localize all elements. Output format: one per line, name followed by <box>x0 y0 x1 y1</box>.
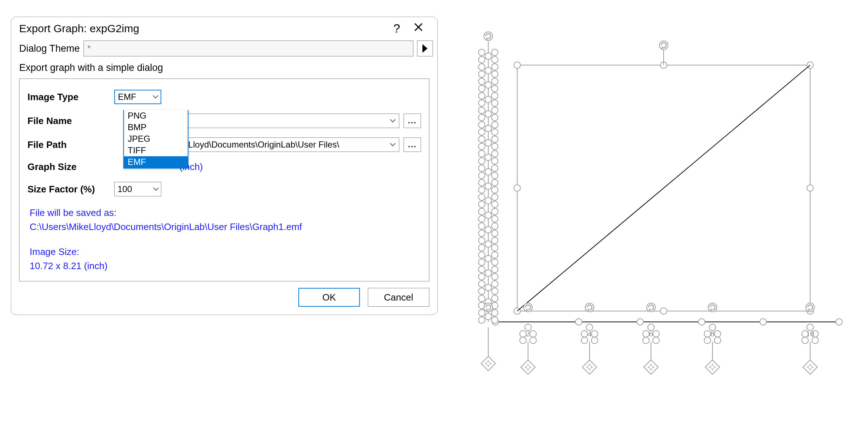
image-type-option-emf[interactable]: EMF <box>124 156 188 168</box>
ok-button[interactable]: OK <box>298 288 360 307</box>
svg-point-29 <box>575 319 582 325</box>
svg-point-18 <box>514 62 520 68</box>
cancel-button[interactable]: Cancel <box>368 288 429 307</box>
info-saved-as-label: File will be saved as: <box>30 206 421 220</box>
svg-point-32 <box>760 319 766 325</box>
info-block: File will be saved as: C:\Users\MikeLloy… <box>30 206 421 273</box>
x-tick-group[interactable]: 2 <box>520 303 536 374</box>
chevron-down-icon <box>387 119 399 123</box>
graph-preview[interactable]: 2 4 6 8 10 <box>456 22 854 401</box>
file-name-browse-button[interactable]: ... <box>404 114 421 128</box>
rotate-handle-icon[interactable] <box>659 41 668 50</box>
help-button[interactable]: ? <box>386 21 408 35</box>
move-handle-icon[interactable] <box>481 356 495 371</box>
dialog-theme-label: Dialog Theme <box>19 43 80 54</box>
row-image-type: Image Type EMF <box>27 90 421 104</box>
image-type-option-bmp[interactable]: BMP <box>124 122 188 133</box>
file-name-input[interactable] <box>179 114 399 128</box>
image-type-option-png[interactable]: PNG <box>124 110 188 122</box>
svg-point-21 <box>514 185 520 191</box>
x-tick-group[interactable]: 8 <box>704 303 721 374</box>
form-area: Image Type EMF File Name ... File Path <box>19 78 429 281</box>
dialog-theme-input[interactable] <box>84 41 413 56</box>
theme-flyout-button[interactable] <box>417 41 433 56</box>
file-path-browse-button[interactable]: ... <box>404 137 421 152</box>
file-path-value: eLloyd\Documents\OriginLab\User Files\ <box>180 140 387 150</box>
x-tick-label: 8 <box>711 329 715 338</box>
dialog-title: Export Graph: expG2img <box>19 22 386 35</box>
image-type-value: EMF <box>115 92 150 102</box>
x-tick-label: 4 <box>588 329 592 338</box>
x-tick-group[interactable]: 4 <box>581 303 598 374</box>
x-tick-label: 6 <box>649 329 653 338</box>
file-path-label: File Path <box>27 139 114 150</box>
y-axis-handles[interactable] <box>478 32 498 371</box>
image-type-dropdown-list[interactable]: PNG BMP JPEG TIFF EMF <box>123 110 188 169</box>
export-graph-dialog: Export Graph: expG2img ? Dialog Theme Ex… <box>11 17 438 315</box>
theme-bar: Dialog Theme <box>11 39 437 59</box>
file-name-label: File Name <box>27 115 114 127</box>
chevron-down-icon <box>151 187 161 191</box>
button-row: OK Cancel <box>11 288 437 315</box>
line-series[interactable] <box>517 65 810 311</box>
image-type-label: Image Type <box>27 92 114 103</box>
svg-point-22 <box>807 185 813 191</box>
svg-marker-0 <box>422 44 427 53</box>
x-tick-label: 10 <box>806 329 814 338</box>
graph-size-label: Graph Size <box>27 161 114 173</box>
image-type-combo[interactable]: EMF <box>114 90 161 104</box>
row-file-name: File Name ... <box>27 114 421 128</box>
info-saved-as-path: C:\Users\MikeLloyd\Documents\OriginLab\U… <box>30 220 421 234</box>
chevron-down-icon <box>150 95 161 99</box>
info-image-size-value: 10.72 x 8.21 (inch) <box>30 259 421 273</box>
close-button[interactable] <box>408 21 429 35</box>
dialog-description: Export graph with a simple dialog <box>11 59 437 78</box>
image-type-option-tiff[interactable]: TIFF <box>124 145 188 156</box>
row-graph-size: Graph Size (inch) <box>27 161 421 173</box>
info-image-size-label: Image Size: <box>30 245 421 259</box>
row-size-factor: Size Factor (%) 100 <box>27 182 421 196</box>
chevron-down-icon <box>387 143 399 146</box>
size-factor-combo[interactable]: 100 <box>114 182 161 196</box>
row-file-path: File Path eLloyd\Documents\OriginLab\Use… <box>27 137 421 152</box>
svg-point-28 <box>836 319 842 325</box>
size-factor-label: Size Factor (%) <box>27 184 114 195</box>
image-type-option-jpeg[interactable]: JPEG <box>124 133 188 145</box>
titlebar: Export Graph: expG2img ? <box>11 17 437 39</box>
svg-point-31 <box>698 319 705 325</box>
svg-point-30 <box>637 319 643 325</box>
file-path-input[interactable]: eLloyd\Documents\OriginLab\User Files\ <box>179 137 399 152</box>
svg-point-24 <box>660 308 667 314</box>
x-tick-label: 2 <box>526 329 530 338</box>
x-tick-group[interactable]: 6 <box>643 303 659 374</box>
size-factor-value: 100 <box>115 184 151 194</box>
move-handle-icon[interactable] <box>521 360 535 374</box>
